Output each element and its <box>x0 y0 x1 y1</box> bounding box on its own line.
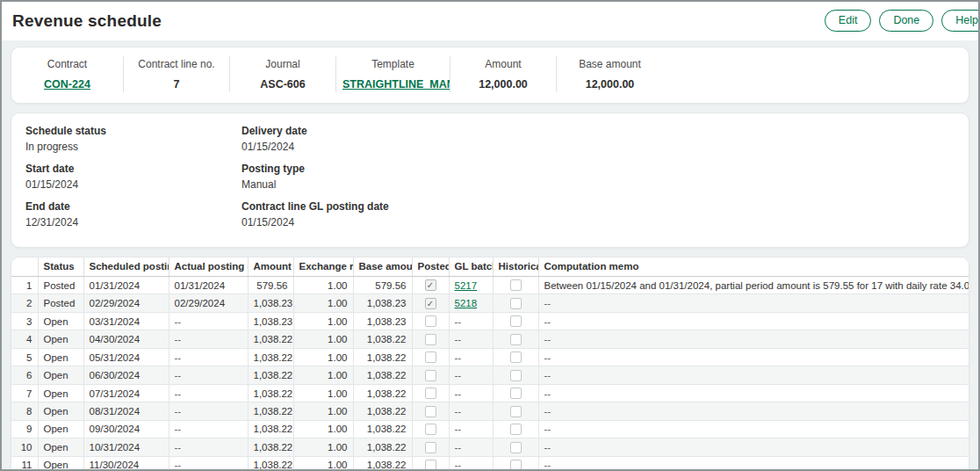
summary-field-label: Template <box>340 58 446 70</box>
exchange-rate-cell: 1.00 <box>293 456 353 471</box>
scheduled-posting-date-cell: 05/31/2024 <box>83 348 169 366</box>
base-amount-cell: 1,038.22 <box>353 330 412 348</box>
detail-field-value: In progress <box>25 141 241 153</box>
historical-cell <box>493 366 538 384</box>
amount-cell: 1,038.22 <box>248 420 293 438</box>
actual-posting-date-cell: -- <box>169 366 248 384</box>
col-header-actual-posting-date: Actual posting date <box>169 257 248 277</box>
detail-field-label: Posting type <box>241 163 389 175</box>
table-row: 3Open03/31/2024--1,038.231.001,038.23---… <box>11 312 969 330</box>
actual-posting-date-cell: -- <box>169 348 248 366</box>
historical-checkbox[interactable] <box>510 370 522 381</box>
help-button[interactable]: Help <box>941 10 978 32</box>
base-amount-cell: 1,038.22 <box>353 384 412 402</box>
amount-cell: 1,038.23 <box>248 312 293 330</box>
gl-batch-link[interactable]: 5217 <box>455 280 478 291</box>
posted-checkbox[interactable] <box>425 406 436 417</box>
gl-batch-cell: 5217 <box>449 277 493 294</box>
summary-value-link[interactable]: STRAIGHTLINE_MANUAL <box>342 78 450 91</box>
historical-checkbox[interactable] <box>510 279 522 291</box>
row-number-cell: 5 <box>11 348 38 366</box>
historical-checkbox[interactable] <box>510 351 522 363</box>
historical-checkbox[interactable] <box>510 388 522 399</box>
posted-checkbox[interactable] <box>425 442 436 453</box>
exchange-rate-cell: 1.00 <box>293 312 353 330</box>
page-content: ContractCON-224Contract line no.7Journal… <box>2 40 978 471</box>
posted-checkbox[interactable]: ✓ <box>425 298 436 309</box>
actual-posting-date-cell: -- <box>169 330 248 348</box>
status-cell: Posted <box>38 277 83 294</box>
summary-value-link[interactable]: CON-224 <box>44 78 90 91</box>
historical-checkbox[interactable] <box>510 424 522 435</box>
exchange-rate-cell: 1.00 <box>293 294 353 312</box>
posted-checkbox[interactable] <box>425 424 436 435</box>
contract-summary-card: ContractCON-224Contract line no.7Journal… <box>11 47 969 104</box>
col-header-gl-batch: GL batch <box>449 257 493 277</box>
gl-batch-cell: -- <box>449 384 493 402</box>
detail-field-start-date: Start date01/15/2024 <box>25 163 241 191</box>
posted-checkbox[interactable] <box>425 351 436 363</box>
summary-field-journal: JournalASC-606 <box>230 56 336 92</box>
status-cell: Open <box>38 312 83 330</box>
col-header-scheduled-posting-date: Scheduled posting date <box>83 257 169 277</box>
exchange-rate-cell: 1.00 <box>293 438 353 456</box>
col-header-exchange-rate: Exchange rate <box>293 257 353 277</box>
gl-batch-cell: -- <box>449 330 493 348</box>
col-header-computation-memo: Computation memo <box>538 257 969 277</box>
actual-posting-date-cell: -- <box>169 456 248 471</box>
posted-checkbox[interactable] <box>425 370 436 381</box>
status-cell: Open <box>38 402 83 420</box>
exchange-rate-cell: 1.00 <box>293 348 353 366</box>
summary-field-value: 12,000.00 <box>454 78 552 91</box>
actual-posting-date-cell: -- <box>169 438 248 456</box>
row-number-cell: 4 <box>11 330 38 348</box>
detail-field-value: 01/15/2024 <box>25 178 241 191</box>
posted-checkbox[interactable]: ✓ <box>425 279 436 291</box>
schedule-table-card: StatusScheduled posting dateActual posti… <box>11 257 969 471</box>
posted-checkbox[interactable] <box>425 334 436 345</box>
historical-checkbox[interactable] <box>510 460 522 471</box>
summary-field-label: Base amount <box>560 58 659 70</box>
status-cell: Open <box>38 420 83 438</box>
amount-cell: 1,038.22 <box>248 366 293 384</box>
done-button[interactable]: Done <box>879 10 933 32</box>
row-number-cell: 1 <box>11 277 38 294</box>
table-row: 7Open07/31/2024--1,038.221.001,038.22---… <box>11 384 969 402</box>
historical-cell <box>493 312 538 330</box>
historical-cell <box>493 330 538 348</box>
summary-field-label: Amount <box>454 58 552 70</box>
edit-button[interactable]: Edit <box>825 10 872 32</box>
posted-cell <box>412 312 449 330</box>
summary-field-label: Contract <box>15 58 119 70</box>
historical-checkbox[interactable] <box>510 315 522 327</box>
posted-checkbox[interactable] <box>425 388 436 399</box>
gl-batch-link[interactable]: 5218 <box>455 298 478 308</box>
table-header-row: StatusScheduled posting dateActual posti… <box>11 257 969 277</box>
posted-checkbox[interactable] <box>425 460 436 471</box>
revenue-schedule-screen: Revenue schedule Edit Done Help Contract… <box>0 0 980 471</box>
detail-field-value: 01/15/2024 <box>241 216 389 228</box>
computation-memo-cell: -- <box>538 438 969 456</box>
posted-cell <box>412 384 449 402</box>
historical-checkbox[interactable] <box>510 442 522 453</box>
detail-field-delivery-date: Delivery date01/15/2024 <box>241 125 389 153</box>
computation-memo-cell: -- <box>538 420 969 438</box>
amount-cell: 1,038.22 <box>248 348 293 366</box>
row-number-cell: 11 <box>11 456 38 471</box>
historical-cell <box>493 384 538 402</box>
historical-checkbox[interactable] <box>510 298 522 309</box>
actual-posting-date-cell: -- <box>169 312 248 330</box>
exchange-rate-cell: 1.00 <box>293 366 353 384</box>
detail-field-label: Schedule status <box>25 125 241 137</box>
historical-cell <box>493 348 538 366</box>
exchange-rate-cell: 1.00 <box>293 384 353 402</box>
historical-checkbox[interactable] <box>510 406 522 417</box>
historical-checkbox[interactable] <box>510 334 522 345</box>
exchange-rate-cell: 1.00 <box>293 277 353 294</box>
base-amount-cell: 1,038.22 <box>353 402 412 420</box>
status-cell: Open <box>38 366 83 384</box>
detail-field-end-date: End date12/31/2024 <box>25 200 241 228</box>
row-number-cell: 6 <box>11 366 38 384</box>
historical-cell <box>493 294 538 312</box>
posted-checkbox[interactable] <box>425 315 436 327</box>
